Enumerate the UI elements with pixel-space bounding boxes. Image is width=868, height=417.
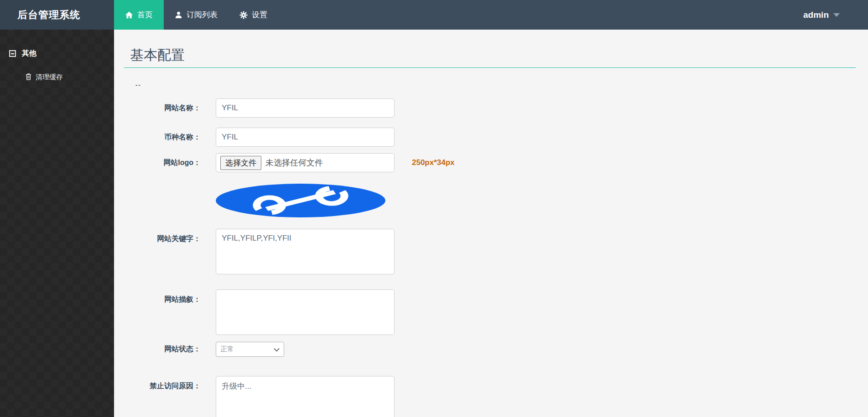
keywords-textarea[interactable]: YFIL,YFILP,YFI,YFII <box>216 229 395 274</box>
select-chevron-icon <box>274 345 280 354</box>
logo-size-hint: 250px*34px <box>412 158 455 167</box>
site-logo-preview <box>216 184 385 217</box>
sidebar-item-clear-cache[interactable]: 清理缓存 <box>0 58 114 82</box>
site-logo-label: 网站logo： <box>124 158 201 168</box>
tab-settings[interactable]: 设置 <box>229 0 278 30</box>
site-name-label: 网站名称： <box>124 103 201 113</box>
description-textarea[interactable] <box>216 289 395 335</box>
tab-subscriptions-label: 订阅列表 <box>187 10 218 20</box>
choose-file-button[interactable]: 选择文件 <box>220 156 261 170</box>
yfi-logo-glyph <box>216 184 385 217</box>
form-row-description: 网站描叙： <box>124 289 856 335</box>
status-select[interactable]: 正常 <box>216 342 284 357</box>
form-row-keywords: 网站关键字： YFIL,YFILP,YFI,YFII <box>124 229 856 274</box>
form-row-forbid-reason: 禁止访问原因： 升级中... <box>124 376 856 417</box>
site-name-input[interactable] <box>216 98 395 118</box>
trash-icon <box>25 73 32 82</box>
main-content: 基本配置 -- 网站名称： 币种名称： 网站logo： 选择文件 未选择任何文件… <box>114 30 868 417</box>
user-menu[interactable]: admin <box>803 10 840 20</box>
basic-config-form: 网站名称： 币种名称： 网站logo： 选择文件 未选择任何文件 250px*3… <box>124 98 856 417</box>
navbar-right: admin <box>803 0 868 30</box>
gear-icon <box>239 11 248 19</box>
sidebar-group-label: 其他 <box>22 49 36 58</box>
forbid-reason-textarea[interactable]: 升级中... <box>216 376 395 417</box>
sidebar-item-label: 清理缓存 <box>36 73 63 82</box>
form-row-coin-name: 币种名称： <box>124 128 856 147</box>
keywords-label: 网站关键字： <box>124 229 201 244</box>
status-selected-value: 正常 <box>220 345 274 354</box>
description-label: 网站描叙： <box>124 289 201 304</box>
file-chosen-text: 未选择任何文件 <box>265 157 323 168</box>
logo-file-input[interactable]: 选择文件 未选择任何文件 <box>216 153 395 172</box>
user-icon <box>175 11 182 19</box>
tab-subscriptions[interactable]: 订阅列表 <box>164 0 229 30</box>
coin-name-label: 币种名称： <box>124 133 201 142</box>
collapse-minus-icon[interactable] <box>9 50 16 57</box>
app-title: 后台管理系统 <box>0 0 114 30</box>
tab-settings-label: 设置 <box>252 10 267 20</box>
dash-note: -- <box>135 82 856 88</box>
page-title: 基本配置 <box>130 47 856 63</box>
form-row-site-name: 网站名称： <box>124 98 856 118</box>
user-name: admin <box>803 10 829 20</box>
top-navbar: 后台管理系统 首页 订阅列表 <box>0 0 868 30</box>
coin-name-input[interactable] <box>216 128 395 147</box>
tab-home-label: 首页 <box>137 10 153 20</box>
title-underline <box>124 67 856 68</box>
tab-home[interactable]: 首页 <box>114 0 164 30</box>
chevron-down-icon <box>833 13 840 17</box>
status-label: 网站状态： <box>124 345 201 354</box>
form-row-site-logo: 网站logo： 选择文件 未选择任何文件 250px*34px <box>124 153 856 172</box>
nav-tabs: 首页 订阅列表 <box>114 0 278 30</box>
form-row-status: 网站状态： 正常 <box>124 342 856 357</box>
forbid-reason-label: 禁止访问原因： <box>124 376 201 391</box>
home-icon <box>125 11 133 19</box>
sidebar-group-other[interactable]: 其他 <box>0 30 114 58</box>
sidebar: 其他 清理缓存 <box>0 30 114 417</box>
